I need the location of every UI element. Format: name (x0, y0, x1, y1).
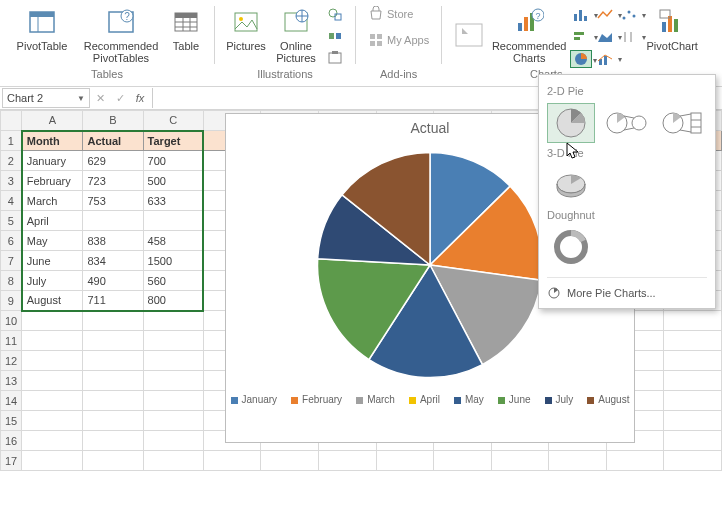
pie-3d-option[interactable] (547, 165, 595, 205)
table-button[interactable]: Table (166, 4, 206, 66)
row-header[interactable]: 10 (1, 311, 22, 331)
svg-point-53 (632, 116, 646, 130)
cell[interactable]: February (22, 171, 83, 191)
row-header[interactable]: 14 (1, 391, 22, 411)
table-row[interactable]: 17 (1, 451, 722, 471)
col-header[interactable]: C (143, 111, 203, 131)
shapes-icon (327, 6, 343, 22)
col-header[interactable]: A (22, 111, 83, 131)
row-header[interactable]: 4 (1, 191, 22, 211)
pictures-button[interactable]: Pictures (223, 4, 269, 66)
cell[interactable]: August (22, 291, 83, 311)
cell[interactable]: 723 (83, 171, 143, 191)
shapes-button[interactable] (323, 4, 347, 24)
row-header[interactable]: 5 (1, 211, 22, 231)
online-pictures-button[interactable]: Online Pictures (271, 4, 321, 66)
name-box-dropdown-icon[interactable]: ▼ (77, 94, 85, 103)
enter-formula-icon[interactable]: ✓ (110, 92, 130, 105)
row-header[interactable]: 7 (1, 251, 22, 271)
myapps-button[interactable]: My Apps (364, 30, 433, 50)
row-header[interactable]: 8 (1, 271, 22, 291)
chart-type-line[interactable] (594, 6, 616, 24)
pie-of-pie-option[interactable] (603, 103, 651, 143)
chart-type-bar[interactable] (570, 28, 592, 46)
cell[interactable]: Month (22, 131, 83, 151)
chart-type-stock[interactable] (618, 28, 640, 46)
row-header[interactable]: 2 (1, 151, 22, 171)
store-button[interactable]: Store (364, 4, 433, 24)
cell[interactable]: March (22, 191, 83, 211)
cell[interactable]: 1500 (143, 251, 203, 271)
cell[interactable] (83, 211, 143, 231)
row-header[interactable]: 17 (1, 451, 22, 471)
select-all-button[interactable] (1, 111, 22, 131)
cancel-formula-icon[interactable]: ✕ (90, 92, 110, 105)
row-header[interactable]: 12 (1, 351, 22, 371)
cell[interactable]: 500 (143, 171, 203, 191)
legend-item[interactable]: February (291, 394, 342, 405)
pie-chart (300, 140, 560, 390)
smartart-button[interactable] (323, 26, 347, 46)
cell[interactable]: April (22, 211, 83, 231)
chart-gallery (570, 4, 640, 68)
cell[interactable]: June (22, 251, 83, 271)
row-header[interactable]: 13 (1, 371, 22, 391)
cell[interactable]: 711 (83, 291, 143, 311)
chart-legend[interactable]: JanuaryFebruaryMarchAprilMayJuneJulyAugu… (226, 394, 634, 405)
recommended-charts-label: Recommended Charts (490, 40, 568, 64)
legend-item[interactable]: January (231, 394, 278, 405)
charts-preview-button[interactable] (450, 4, 488, 66)
chart-type-scatter[interactable] (618, 6, 640, 24)
legend-item[interactable]: May (454, 394, 484, 405)
legend-item[interactable]: March (356, 394, 395, 405)
svg-rect-49 (674, 19, 678, 32)
cell[interactable]: Actual (83, 131, 143, 151)
svg-rect-35 (584, 16, 587, 21)
row-header[interactable]: 6 (1, 231, 22, 251)
cell[interactable]: 753 (83, 191, 143, 211)
cell[interactable]: 700 (143, 151, 203, 171)
recommended-charts-button[interactable]: ? Recommended Charts (490, 4, 568, 66)
cell[interactable]: Target (143, 131, 203, 151)
pivotchart-button[interactable]: PivotChart (642, 4, 702, 66)
cell[interactable]: January (22, 151, 83, 171)
cell[interactable]: 800 (143, 291, 203, 311)
svg-line-60 (680, 114, 691, 116)
more-pie-charts-link[interactable]: More Pie Charts... (547, 277, 707, 300)
row-header[interactable]: 1 (1, 131, 22, 151)
row-header[interactable]: 11 (1, 331, 22, 351)
cell[interactable]: 490 (83, 271, 143, 291)
legend-item[interactable]: April (409, 394, 440, 405)
recommended-pivottables-button[interactable]: ? Recommended PivotTables (78, 4, 164, 66)
cell[interactable]: 629 (83, 151, 143, 171)
screenshot-button[interactable] (323, 48, 347, 68)
chart-type-column[interactable] (570, 6, 592, 24)
pivottable-button[interactable]: PivotTable (8, 4, 76, 66)
chart-type-pie[interactable] (570, 50, 592, 68)
cell[interactable]: 834 (83, 251, 143, 271)
cell[interactable]: May (22, 231, 83, 251)
cell[interactable]: 633 (143, 191, 203, 211)
row-header[interactable]: 16 (1, 431, 22, 451)
legend-item[interactable]: July (545, 394, 574, 405)
row-header[interactable]: 9 (1, 291, 22, 311)
legend-item[interactable]: June (498, 394, 531, 405)
cell[interactable]: 458 (143, 231, 203, 251)
chart-type-area[interactable] (594, 28, 616, 46)
row-header[interactable]: 15 (1, 411, 22, 431)
bar-of-pie-option[interactable] (659, 103, 707, 143)
name-box[interactable]: Chart 2 ▼ (2, 88, 90, 108)
col-header[interactable]: B (83, 111, 143, 131)
chart-type-combo[interactable] (594, 50, 616, 68)
cell[interactable] (143, 211, 203, 231)
svg-point-36 (623, 17, 626, 20)
row-header[interactable]: 3 (1, 171, 22, 191)
cell[interactable]: July (22, 271, 83, 291)
cell[interactable]: 838 (83, 231, 143, 251)
doughnut-option[interactable] (547, 227, 595, 267)
legend-item[interactable]: August (587, 394, 629, 405)
fx-icon[interactable]: fx (130, 92, 150, 104)
table-label: Table (173, 40, 199, 52)
cell[interactable]: 560 (143, 271, 203, 291)
pie-2d-option[interactable] (547, 103, 595, 143)
